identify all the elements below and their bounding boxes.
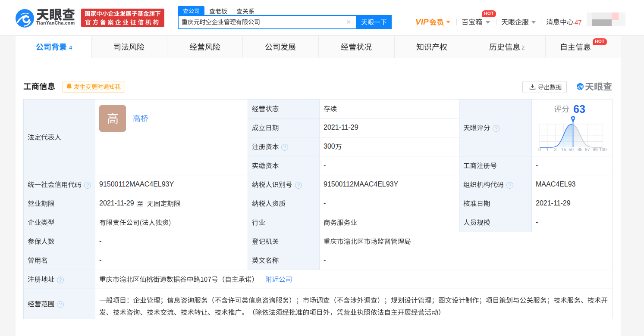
svg-text:50: 50 <box>569 147 574 152</box>
svg-text:3: 3 <box>554 147 556 152</box>
svg-text:99: 99 <box>593 147 598 152</box>
svg-text:1: 1 <box>546 147 549 152</box>
svg-text:0: 0 <box>538 147 541 152</box>
svg-text:100: 100 <box>599 147 607 152</box>
svg-text:85: 85 <box>578 147 583 152</box>
svg-text:97: 97 <box>585 147 590 152</box>
svg-text:15: 15 <box>561 147 566 152</box>
